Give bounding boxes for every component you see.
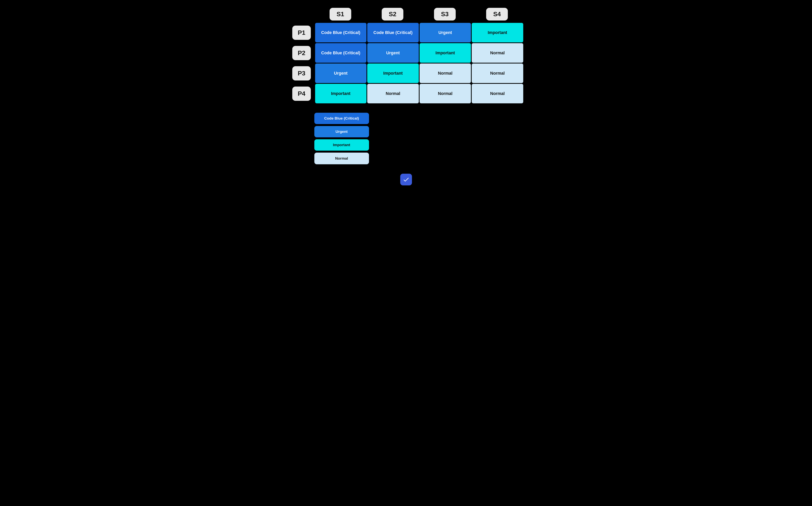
col-header-s2: S2: [367, 8, 419, 23]
row-header-p3: P3: [289, 64, 314, 83]
col-header-s3: S3: [419, 8, 471, 23]
row-header-p2: P2: [289, 43, 314, 63]
p3-badge: P3: [292, 66, 311, 81]
bottom-logo: [289, 174, 523, 185]
cell-p4-s3: Normal: [420, 84, 471, 103]
legend: Code Blue (Critical) Urgent Important No…: [314, 113, 369, 164]
cell-p1-s4: Important: [472, 23, 523, 43]
col-header-s1: S1: [314, 8, 367, 23]
cell-p2-s1: Code Blue (Critical): [315, 43, 367, 63]
cell-p3-s4: Normal: [472, 64, 523, 83]
matrix-table: P1 Code Blue (Critical) Code Blue (Criti…: [289, 23, 523, 103]
cell-p3-s1: Urgent: [315, 64, 367, 83]
legend-code-blue: Code Blue (Critical): [314, 113, 369, 124]
cell-p2-s3: Important: [420, 43, 471, 63]
s3-badge: S3: [434, 8, 456, 20]
p2-badge: P2: [292, 46, 311, 60]
row-header-p1: P1: [289, 23, 314, 43]
column-headers: S1 S2 S3 S4: [289, 8, 523, 23]
cell-p2-s4: Normal: [472, 43, 523, 63]
legend-important: Important: [314, 139, 369, 151]
col-header-s4: S4: [471, 8, 523, 23]
cell-p1-s3: Urgent: [420, 23, 471, 43]
cell-p3-s2: Important: [367, 64, 419, 83]
cell-p2-s2: Urgent: [367, 43, 419, 63]
cell-p3-s3: Normal: [420, 64, 471, 83]
p4-badge: P4: [292, 87, 311, 101]
cell-p1-s1: Code Blue (Critical): [315, 23, 367, 43]
p1-badge: P1: [292, 25, 311, 40]
cell-p4-s4: Normal: [472, 84, 523, 103]
s1-badge: S1: [329, 8, 351, 20]
legend-normal: Normal: [314, 153, 369, 164]
app-logo: [400, 174, 412, 185]
row-header-p4: P4: [289, 84, 314, 103]
checkmark-icon: [403, 176, 410, 183]
page-container: S1 S2 S3 S4 P1 Code Blue (Critical) Code…: [289, 8, 523, 185]
cell-p1-s2: Code Blue (Critical): [367, 23, 419, 43]
s2-badge: S2: [382, 8, 403, 20]
s4-badge: S4: [486, 8, 508, 20]
cell-p4-s2: Normal: [367, 84, 419, 103]
cell-p4-s1: Important: [315, 84, 367, 103]
legend-urgent: Urgent: [314, 126, 369, 137]
